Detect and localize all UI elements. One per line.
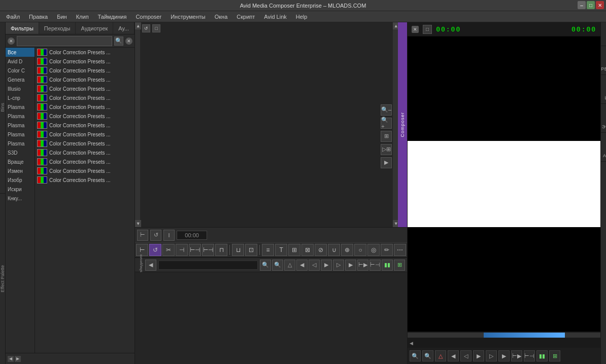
toolbar-btn-9[interactable]: ⊡ — [245, 244, 257, 256]
list-item[interactable]: Color Correction Presets ... — [35, 112, 134, 121]
search-input[interactable] — [17, 36, 112, 46]
toolbar-btn-8[interactable]: ⊔ — [232, 244, 244, 256]
pb-next-frame[interactable]: ▶ — [498, 350, 510, 361]
category-rotate[interactable]: Враще — [6, 157, 35, 166]
tl-btn-next[interactable]: ▷ — [333, 260, 344, 271]
tl-btn-play[interactable]: ▶ — [321, 260, 332, 271]
progress-bar-container[interactable] — [408, 332, 600, 339]
toolbar-btn-18[interactable]: ◎ — [367, 244, 380, 256]
scroll-right-button[interactable]: ▶ — [15, 356, 21, 362]
category-plasma1[interactable]: Plasma — [6, 102, 35, 112]
toolbar-btn-13[interactable]: ⊠ — [301, 244, 314, 256]
category-plasma3[interactable]: Plasma — [6, 121, 35, 130]
category-genera[interactable]: Genera — [6, 75, 35, 84]
menu-file[interactable]: Файл — [2, 13, 24, 21]
list-item[interactable]: Color Correction Presets ... — [35, 130, 134, 139]
category-change[interactable]: Измен — [6, 166, 35, 175]
list-item[interactable]: Color Correction Presets ... — [35, 148, 134, 157]
toolbar-btn-20[interactable]: ⋯ — [394, 244, 406, 256]
tc-cursor-button[interactable]: I — [163, 230, 175, 241]
tab-filters[interactable]: Фильтры — [6, 22, 39, 34]
list-item[interactable]: Color Correction Presets ... — [35, 139, 134, 148]
tl-btn-audio[interactable]: ▮▮ — [382, 260, 393, 271]
tab-audio[interactable]: Аудиотрек — [76, 22, 113, 34]
monitor-icon-left[interactable]: □ — [423, 25, 432, 34]
list-item[interactable]: Color Correction Presets ... — [35, 75, 134, 84]
pb-audio-l[interactable]: ▮▮ — [536, 350, 548, 361]
menu-tools[interactable]: Инструменты — [166, 13, 210, 21]
pb-zoom-out[interactable]: 🔍 — [410, 350, 421, 361]
scroll-up-button[interactable]: ▲ — [135, 22, 141, 29]
menu-composer[interactable]: Composer — [131, 13, 165, 21]
toolbar-btn-14[interactable]: ⊘ — [315, 244, 327, 256]
effect-tool-button[interactable] — [603, 107, 606, 123]
category-s3d[interactable]: S3D — [6, 148, 35, 157]
list-item[interactable]: Color Correction Presets ... — [35, 57, 134, 66]
search-clear-button[interactable]: ✕ — [8, 38, 15, 45]
list-item[interactable]: Color Correction Presets ... — [35, 102, 134, 112]
pb-mark-in[interactable]: △ — [435, 350, 446, 361]
settings-button[interactable] — [603, 343, 606, 359]
category-plasma4[interactable]: Plasma — [6, 130, 35, 139]
zoom-in-button[interactable]: 🔍+ — [381, 118, 392, 129]
stop-button[interactable]: ▶ — [381, 157, 392, 168]
list-item[interactable]: Color Correction Presets ... — [35, 93, 134, 102]
play-button[interactable]: ▷⊞ — [381, 144, 392, 155]
cross-icon-button[interactable]: ✛ — [603, 27, 606, 44]
close-button[interactable]: ✕ — [596, 1, 604, 9]
category-lspr[interactable]: L-спр — [6, 93, 35, 102]
category-illusio[interactable]: Illusio — [6, 84, 35, 93]
color-tool-button[interactable] — [603, 78, 606, 94]
tl-scroll-left[interactable]: ◀ — [145, 260, 156, 271]
list-item[interactable]: Color Correction Presets ... — [35, 157, 134, 166]
menu-edit[interactable]: Правка — [25, 13, 52, 21]
toolbar-btn-2[interactable]: ↺ — [149, 244, 161, 256]
tl-zoom-in[interactable]: 🔍 — [272, 260, 283, 271]
pb-split[interactable]: ⊢⊣ — [524, 350, 535, 361]
tl-btn-next2[interactable]: ▶ — [345, 260, 356, 271]
toolbar-btn-10[interactable]: ≡ — [262, 244, 274, 256]
menu-clip[interactable]: Клип — [72, 13, 93, 21]
list-item[interactable]: Color Correction Presets ... — [35, 175, 134, 185]
menu-help[interactable]: Help — [292, 13, 312, 21]
search-button[interactable]: 🔍 — [114, 37, 123, 46]
list-item[interactable]: Color Correction Presets ... — [35, 66, 134, 75]
pb-prev-frame[interactable]: ◀ — [448, 350, 459, 361]
toolbar-btn-6[interactable]: ⊢⊣ — [202, 244, 214, 256]
timeline-scroll-bar[interactable] — [158, 261, 258, 270]
tl-btn-prev[interactable]: ◀ — [296, 260, 308, 271]
tl-btn-prev2[interactable]: ◁ — [309, 260, 320, 271]
menu-avidlink[interactable]: Avid Link — [260, 13, 290, 21]
pb-prev-edit[interactable]: ◁ — [460, 350, 472, 361]
fit-button[interactable]: ⊞ — [381, 131, 392, 142]
pb-play[interactable]: ▶ — [473, 350, 484, 361]
toolbar-btn-12[interactable]: ⊞ — [288, 244, 300, 256]
panel-close-button[interactable]: ✕ — [125, 38, 132, 45]
list-item[interactable]: Color Correction Presets ... — [35, 84, 134, 93]
tl-btn-in[interactable]: ⊢▶ — [357, 260, 368, 271]
tl-btn-split[interactable]: ⊢⊣ — [369, 260, 381, 271]
tc-loop-button[interactable]: ↺ — [150, 230, 161, 241]
toolbar-btn-7[interactable]: ⊓ — [215, 244, 227, 256]
scroll-down-button[interactable]: ▼ — [135, 220, 141, 227]
tc-in-button[interactable]: ⊢ — [137, 230, 148, 241]
monitor-button[interactable]: □ — [152, 24, 160, 32]
reset-button[interactable]: ↺ — [142, 24, 150, 32]
pb-audio-r[interactable]: ⊞ — [549, 350, 560, 361]
menu-windows[interactable]: Окна — [211, 13, 232, 21]
toolbar-btn-5[interactable]: ⊢⊣ — [189, 244, 201, 256]
tl-btn-mix[interactable]: ⊞ — [394, 260, 405, 271]
pb-next-edit[interactable]: ▷ — [486, 350, 497, 361]
minimize-button[interactable]: – — [578, 1, 586, 9]
list-item[interactable]: Color Correction Presets ... — [35, 48, 134, 57]
toolbar-btn-4[interactable]: ⊣ — [176, 244, 188, 256]
edit-tool-button[interactable] — [603, 49, 606, 65]
composer-close-button[interactable]: ✕ — [412, 26, 419, 33]
category-color[interactable]: Color С — [6, 66, 35, 75]
toolbar-btn-16[interactable]: ⊕ — [341, 244, 353, 256]
zoom-out-button[interactable]: 🔍– — [381, 104, 392, 116]
maximize-button[interactable]: □ — [587, 1, 595, 9]
menu-timeline[interactable]: Таймдиния — [94, 13, 131, 21]
category-all[interactable]: Все — [6, 48, 35, 57]
menu-script[interactable]: Скрипт — [232, 13, 259, 21]
